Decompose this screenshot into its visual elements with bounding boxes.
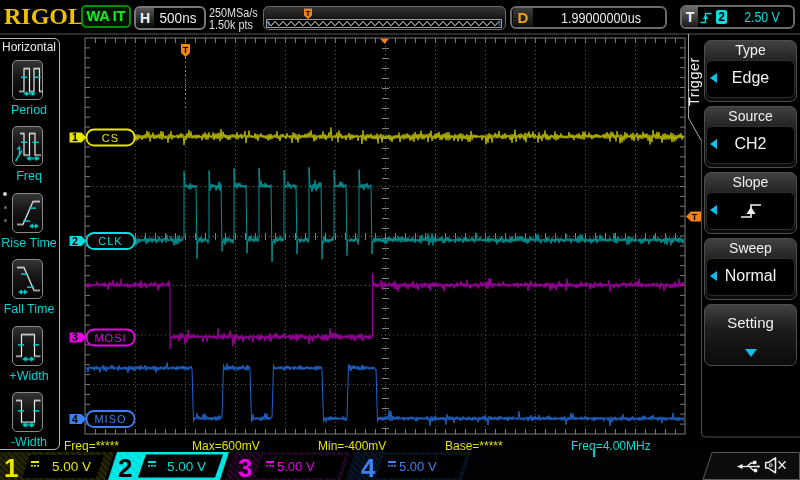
svg-text:2: 2 — [72, 235, 78, 247]
svg-text:T: T — [183, 45, 189, 55]
svg-text:MISO: MISO — [94, 413, 126, 425]
svg-text:CLK: CLK — [98, 235, 122, 247]
svg-text:5.00 V: 5.00 V — [52, 459, 91, 474]
svg-text:5.00 V: 5.00 V — [277, 459, 315, 474]
svg-text:2: 2 — [118, 453, 132, 480]
svg-text:CS: CS — [102, 132, 119, 144]
svg-text:5.00 V: 5.00 V — [399, 459, 437, 474]
svg-text:5.00 V: 5.00 V — [167, 459, 206, 474]
svg-text:1: 1 — [4, 453, 18, 480]
svg-text:4: 4 — [72, 413, 78, 425]
svg-text:MOSI: MOSI — [94, 332, 126, 344]
svg-text:3: 3 — [72, 331, 78, 343]
svg-text:1: 1 — [72, 131, 78, 143]
svg-text:3: 3 — [238, 453, 252, 480]
svg-text:4: 4 — [361, 453, 376, 480]
